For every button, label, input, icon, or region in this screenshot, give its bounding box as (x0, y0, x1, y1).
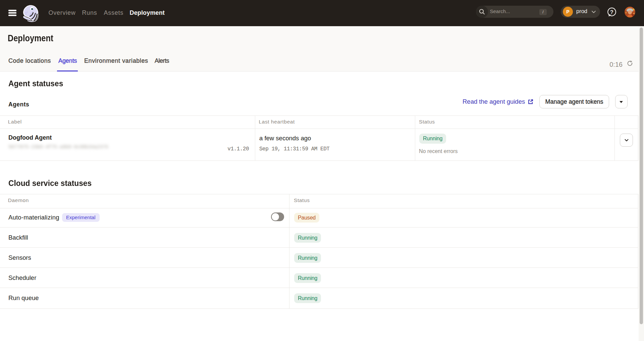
svg-text:?: ? (610, 9, 613, 15)
